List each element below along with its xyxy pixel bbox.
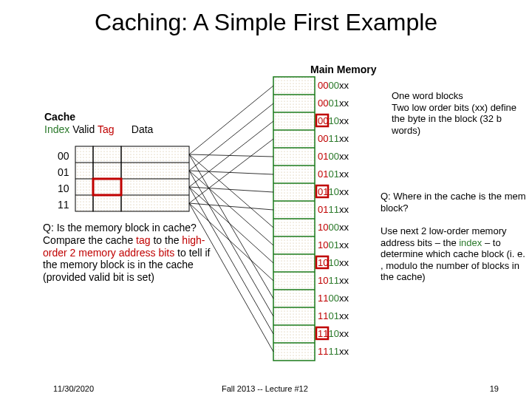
- svg-line-39: [189, 203, 273, 281]
- svg-line-41: [189, 171, 273, 316]
- svg-line-37: [189, 171, 273, 245]
- cache-table: [75, 146, 189, 211]
- memory-address-15: 1111xx: [318, 346, 349, 357]
- memory-address-6: 0110xx: [318, 186, 349, 197]
- memory-address-11: 1011xx: [318, 275, 349, 286]
- memory-address-12: 1100xx: [318, 293, 349, 304]
- svg-line-30: [189, 121, 273, 187]
- svg-line-32: [189, 154, 273, 157]
- svg-line-36: [189, 154, 273, 228]
- diagram-svg: 0000xx0001xx0010xx0011xx0100xx0101xx0110…: [0, 0, 532, 399]
- mapping-lines: [189, 86, 273, 352]
- memory-address-9: 1001xx: [318, 239, 349, 250]
- memory-address-2: 0010xx: [318, 115, 349, 126]
- memory-address-0: 0000xx: [318, 80, 349, 91]
- memory-address-14: 1110xx: [318, 328, 349, 339]
- memory-address-3: 0011xx: [318, 133, 349, 144]
- memory-address-13: 1101xx: [318, 310, 349, 321]
- memory-address-1: 0001xx: [318, 98, 349, 109]
- svg-line-28: [189, 86, 273, 154]
- svg-line-29: [189, 103, 273, 171]
- memory-address-8: 1000xx: [318, 222, 349, 233]
- memory-address-5: 0101xx: [318, 168, 349, 180]
- memory-address-10: 1010xx: [318, 257, 349, 268]
- memory-address-4: 0100xx: [318, 151, 349, 162]
- memory-address-7: 0111xx: [318, 204, 349, 215]
